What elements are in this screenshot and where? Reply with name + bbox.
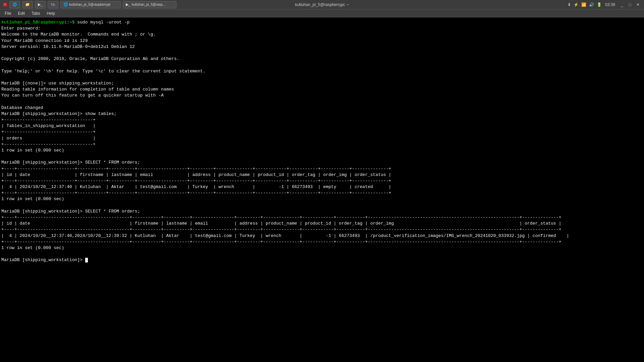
system-taskbar: 🌐 📁 ▶_ Th 🌐 kutluhan_pi_5@raspberrypi ▶_… bbox=[0, 0, 644, 9]
line-3: Welcome to the MariaDB monitor. Commands… bbox=[1, 32, 643, 38]
line-13: You can turn off this feature to get a q… bbox=[1, 93, 643, 99]
line-18: | Tables_in_shipping_workstation | bbox=[1, 123, 643, 129]
line-19: +----------------------------------+ bbox=[1, 129, 643, 135]
prompt-symbol: $ bbox=[72, 20, 77, 25]
raspberry-icon[interactable] bbox=[3, 2, 7, 7]
menu-tabs[interactable]: Tabs bbox=[29, 10, 43, 16]
line-23 bbox=[1, 154, 643, 160]
line-25: +----+----------------------+-----------… bbox=[1, 166, 643, 172]
line-30: 1 row in set (0.000 sec) bbox=[1, 196, 643, 202]
line-14 bbox=[1, 99, 643, 105]
bluetooth-icon: ⚡ bbox=[574, 2, 579, 7]
line-15: Database changed bbox=[1, 105, 643, 111]
chromium-icon: 🌐 bbox=[63, 2, 68, 7]
menu-file[interactable]: File bbox=[2, 10, 14, 16]
line-7: Copyright (c) 2000, 2018, Oracle, MariaD… bbox=[1, 56, 643, 62]
filemanager-taskbar-item[interactable]: 📁 bbox=[22, 1, 33, 8]
cmd-1: sudo mysql -uroot -p bbox=[77, 20, 129, 25]
thonny-icon: Th bbox=[51, 3, 55, 7]
line-9: Type 'help;' or '\h' for help. Type '\c'… bbox=[1, 68, 643, 74]
cursor bbox=[85, 258, 88, 262]
line-40: MariaDB [shipping_workstation]> bbox=[1, 257, 643, 263]
line-8 bbox=[1, 62, 643, 68]
taskbar-left: 🌐 📁 ▶_ Th 🌐 kutluhan_pi_5@raspberrypi ▶_… bbox=[3, 1, 176, 8]
browser-url: kutluhan_pi_5@raspberrypi bbox=[69, 3, 110, 6]
line-1: kutluhan_pi_5@raspberrypi:~$ sudo mysql … bbox=[1, 19, 643, 25]
line-4: Your MariaDB connection id is 129 bbox=[1, 38, 643, 44]
menu-bar: File Edit Tabs Help bbox=[0, 9, 644, 17]
window-title: kutluhan_pi_5@raspberrypi: ~ bbox=[295, 2, 349, 7]
terminal2-icon: ▶_ bbox=[126, 2, 130, 7]
window-controls[interactable]: _ □ ✕ bbox=[619, 2, 641, 7]
line-38: 1 row in set (0.000 sec) bbox=[1, 245, 643, 251]
line-28: | 4 | 2024/10/20__12:37:40 | Kutluhan | … bbox=[1, 184, 643, 190]
prompt-user: kutluhan_pi_5@raspberrypi bbox=[1, 20, 67, 25]
line-35: +----+----------------------------------… bbox=[1, 227, 643, 233]
terminal-window-item[interactable]: ▶_ kutluhan_pi_5@rasp... bbox=[123, 1, 176, 8]
line-21: +----------------------------------+ bbox=[1, 141, 643, 147]
line-5: Server version: 10.11.6-MariaDB-0+deb12u… bbox=[1, 44, 643, 50]
terminal-content: kutluhan_pi_5@raspberrypi:~$ sudo mysql … bbox=[0, 17, 644, 362]
globe-icon: 🌐 bbox=[12, 2, 17, 7]
thonny-taskbar-item[interactable]: Th bbox=[48, 1, 58, 8]
line-22: 1 row in set (0.000 sec) bbox=[1, 147, 643, 154]
line-20: | orders | bbox=[1, 135, 643, 141]
wifi-icon: 📶 bbox=[581, 2, 586, 7]
menu-help[interactable]: Help bbox=[44, 10, 58, 16]
line-32: MariaDB [shipping_workstation]> SELECT *… bbox=[1, 208, 643, 215]
line-24: MariaDB [shipping_workstation]> SELECT *… bbox=[1, 160, 643, 166]
close-button[interactable]: ✕ bbox=[635, 2, 641, 7]
svg-point-1 bbox=[4, 3, 6, 5]
battery-icon: 🔋 bbox=[597, 2, 602, 7]
terminal-taskbar-item[interactable]: ▶_ bbox=[35, 1, 46, 8]
line-27: +----+----------------------+-----------… bbox=[1, 178, 643, 184]
minimize-button[interactable]: _ bbox=[619, 2, 625, 7]
line-6 bbox=[1, 50, 643, 56]
line-11: MariaDB [(none)]> use shipping_workstati… bbox=[1, 80, 643, 86]
line-2: Enter password: bbox=[1, 25, 643, 32]
line-34: | id | date | firstname | lastname | ema… bbox=[1, 221, 643, 227]
line-37: +----+----------------------------------… bbox=[1, 239, 643, 245]
line-16: MariaDB [shipping_workstation]> show tab… bbox=[1, 111, 643, 117]
prompt-path: :~ bbox=[67, 20, 72, 25]
terminal-icon: ▶_ bbox=[38, 2, 43, 7]
terminal-window-label: kutluhan_pi_5@rasp... bbox=[132, 3, 165, 6]
line-10 bbox=[1, 74, 643, 80]
speaker-icon: 🔊 bbox=[589, 2, 594, 7]
download-icon: ⬇ bbox=[568, 2, 571, 7]
line-12: Reading table information for completion… bbox=[1, 86, 643, 93]
line-39 bbox=[1, 251, 643, 257]
globe-taskbar-item[interactable]: 🌐 bbox=[9, 1, 20, 8]
maximize-button[interactable]: □ bbox=[627, 2, 633, 7]
line-36: | 4 | 2024/10/20__12:37:40,2024/10/20__1… bbox=[1, 233, 643, 239]
line-29: +----+----------------------+-----------… bbox=[1, 190, 643, 196]
taskbar-right: ⬇ ⚡ 📶 🔊 🔋 03:39 _ □ ✕ bbox=[568, 2, 641, 7]
folder-icon: 📁 bbox=[25, 2, 30, 7]
line-33: +----+----------------------------------… bbox=[1, 215, 643, 221]
line-17: +----------------------------------+ bbox=[1, 117, 643, 123]
system-tray: ⬇ ⚡ 📶 🔊 🔋 bbox=[568, 2, 602, 7]
menu-edit[interactable]: Edit bbox=[15, 10, 28, 16]
browser-taskbar-item[interactable]: 🌐 kutluhan_pi_5@raspberrypi bbox=[60, 1, 121, 8]
line-26: | id | date | firstname | lastname | ema… bbox=[1, 172, 643, 178]
clock: 03:39 bbox=[605, 2, 615, 7]
line-31 bbox=[1, 202, 643, 208]
